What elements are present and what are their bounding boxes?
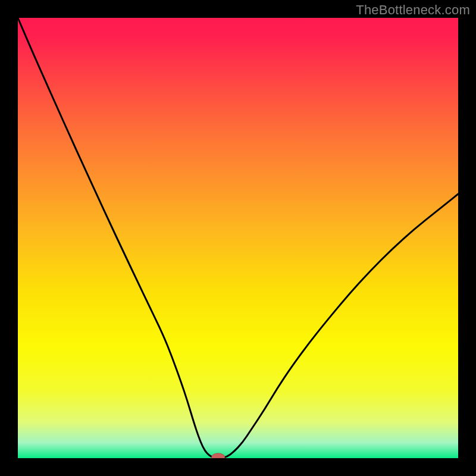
gradient-background [18, 18, 458, 458]
chart-svg [18, 18, 458, 458]
watermark-text: TheBottleneck.com [356, 2, 470, 18]
chart-frame: TheBottleneck.com [0, 0, 476, 476]
plot-area [18, 18, 458, 458]
